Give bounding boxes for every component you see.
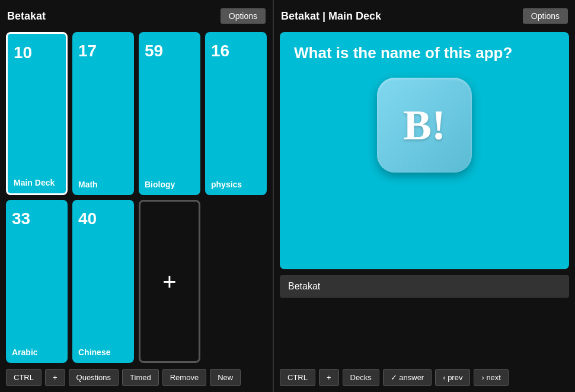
deck-count: 33 [12, 209, 62, 228]
remove-button[interactable]: Remove [162, 369, 206, 386]
ctrl-button-left[interactable]: CTRL [6, 369, 41, 386]
timed-button[interactable]: Timed [122, 369, 159, 386]
deck-count: 40 [78, 209, 128, 228]
betakat-letter: B! [403, 101, 446, 150]
deck-name: Arabic [12, 348, 62, 357]
deck-card-physics[interactable]: 16 physics [205, 32, 267, 195]
answer-button[interactable]: ✓ answer [383, 369, 432, 386]
flashcard-question: What is the name of this app? [294, 44, 555, 62]
deck-grid: 10 Main Deck 17 Math 59 Biology 16 physi… [6, 32, 267, 363]
plus-button-right[interactable]: + [319, 369, 339, 386]
card-area: What is the name of this app? B! [280, 32, 569, 363]
left-options-button[interactable]: Options [221, 8, 266, 24]
plus-button-left[interactable]: + [45, 369, 65, 386]
deck-card-biology[interactable]: 59 Biology [139, 32, 200, 195]
answer-input[interactable] [280, 275, 569, 298]
right-title: Betakat | Main Deck [281, 10, 381, 23]
deck-name: Main Deck [14, 178, 60, 187]
left-toolbar: CTRL + Questions Timed Remove New [6, 363, 267, 386]
right-panel: Betakat | Main Deck Options What is the … [274, 0, 575, 392]
left-title: Betakat [7, 10, 46, 23]
deck-count: 17 [78, 42, 128, 60]
ctrl-button-right[interactable]: CTRL [280, 369, 315, 386]
deck-count: 59 [145, 42, 194, 60]
deck-name: Chinese [78, 348, 128, 357]
next-button[interactable]: › next [474, 369, 509, 386]
left-header: Betakat Options [6, 6, 267, 26]
deck-card-arabic[interactable]: 33 Arabic [6, 200, 68, 363]
betakat-logo: B! [377, 78, 472, 173]
deck-name: Math [78, 180, 128, 189]
right-options-button[interactable]: Options [523, 8, 568, 24]
left-panel: Betakat Options 10 Main Deck 17 Math 59 … [0, 0, 273, 392]
deck-name: physics [211, 180, 261, 189]
add-deck-button[interactable]: + [139, 200, 200, 363]
deck-count: 16 [211, 42, 261, 60]
prev-button[interactable]: ‹ prev [435, 369, 470, 386]
decks-button[interactable]: Decks [343, 369, 379, 386]
right-header: Betakat | Main Deck Options [280, 6, 569, 26]
deck-card-main-deck[interactable]: 10 Main Deck [6, 32, 68, 195]
right-toolbar: CTRL + Decks ✓ answer ‹ prev › next [280, 363, 569, 386]
deck-count: 10 [14, 43, 60, 62]
add-deck-icon: + [162, 270, 176, 294]
new-button[interactable]: New [210, 369, 241, 386]
deck-card-chinese[interactable]: 40 Chinese [72, 200, 134, 363]
questions-button[interactable]: Questions [69, 369, 119, 386]
deck-name: Biology [145, 180, 194, 189]
flashcard: What is the name of this app? B! [280, 32, 569, 269]
deck-card-math[interactable]: 17 Math [72, 32, 134, 195]
